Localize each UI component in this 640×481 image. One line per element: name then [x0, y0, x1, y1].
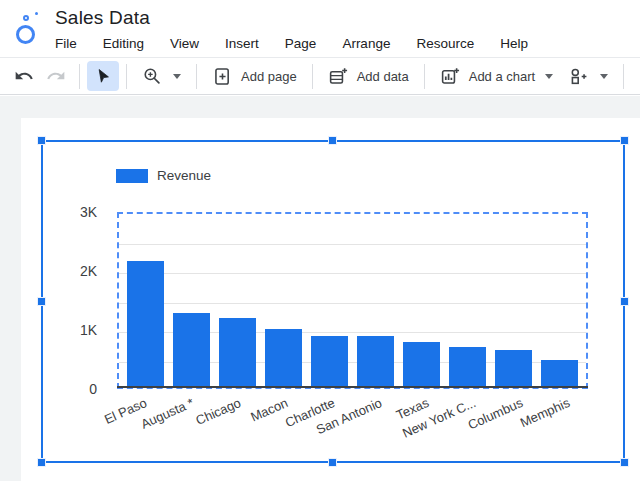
logo-dot: [35, 12, 38, 15]
menubar: FileEditingViewInsertPageArrangeResource…: [55, 36, 528, 51]
toolbar-separator: [126, 64, 127, 89]
bar-macon[interactable]: [265, 329, 302, 387]
x-axis-label: Augusta *: [138, 395, 196, 432]
select-tool-button[interactable]: [87, 61, 119, 91]
menu-item-page[interactable]: Page: [285, 36, 317, 51]
y-tick-label: 3K: [80, 204, 97, 220]
add-page-icon: [212, 66, 233, 87]
resize-handle-top-right[interactable]: [620, 136, 629, 145]
app-header: Sales Data FileEditingViewInsertPageArra…: [0, 0, 640, 58]
caret-down-icon: [600, 74, 608, 79]
add-data-icon: [328, 66, 349, 87]
toolbar-separator: [79, 64, 80, 89]
add-chart-label: Add a chart: [469, 69, 536, 84]
zoom-magnifier-icon: [142, 66, 163, 87]
toolbar-separator: [312, 64, 313, 89]
add-data-button[interactable]: Add data: [320, 62, 417, 91]
resize-handle-bottom-left[interactable]: [37, 458, 46, 467]
menu-item-resource[interactable]: Resource: [416, 36, 474, 51]
legend-swatch: [116, 169, 148, 183]
y-tick-label: 2K: [80, 263, 97, 279]
report-canvas[interactable]: Revenue 3K2K1K0 El PasoAugusta *ChicagoM…: [21, 118, 640, 481]
menu-item-insert[interactable]: Insert: [225, 36, 259, 51]
undo-button[interactable]: [8, 61, 40, 91]
bar-new-york-c-[interactable]: [449, 347, 486, 387]
resize-handle-bottom-right[interactable]: [620, 458, 629, 467]
undo-icon: [14, 66, 34, 86]
add-page-button[interactable]: Add page: [204, 62, 305, 91]
resize-handle-middle-right[interactable]: [620, 297, 629, 306]
toolbar-separator: [623, 64, 624, 89]
y-axis: 3K2K1K0: [21, 212, 97, 402]
logo-ring-small: [23, 15, 29, 21]
bar-el-paso[interactable]: [127, 261, 164, 387]
x-axis-label: Memphis: [518, 395, 572, 430]
caret-down-icon: [545, 74, 553, 79]
x-axis-labels: El PasoAugusta *ChicagoMaconCharlotteSan…: [117, 395, 588, 465]
select-cursor-icon: [94, 67, 113, 86]
y-tick-label: 0: [89, 381, 97, 397]
looker-studio-app: Sales Data FileEditingViewInsertPageArra…: [0, 0, 640, 481]
chart-plot-area[interactable]: [117, 212, 588, 389]
menu-item-arrange[interactable]: Arrange: [342, 36, 390, 51]
menu-item-editing[interactable]: Editing: [103, 36, 144, 51]
menu-item-file[interactable]: File: [55, 36, 77, 51]
community-visualizations-button[interactable]: [561, 62, 616, 91]
bar-san-antonio[interactable]: [357, 336, 394, 387]
caret-down-icon: [173, 74, 181, 79]
toolbar: Add page Add data Add a: [0, 58, 640, 95]
bar-columbus[interactable]: [495, 350, 532, 387]
bar-texas[interactable]: [403, 342, 440, 387]
community-visualizations-icon: [569, 66, 590, 87]
add-page-label: Add page: [241, 69, 297, 84]
bar-charlotte[interactable]: [311, 336, 348, 387]
bar-chicago[interactable]: [219, 318, 256, 387]
resize-handle-top-left[interactable]: [37, 136, 46, 145]
bar-series: [119, 214, 586, 387]
add-control-button[interactable]: Add a control: [631, 62, 640, 91]
x-axis-label: Chicago: [193, 395, 243, 428]
redo-button[interactable]: [40, 61, 72, 91]
add-data-label: Add data: [357, 69, 409, 84]
legend-label: Revenue: [157, 168, 211, 183]
logo-ring-big: [16, 25, 35, 44]
y-tick-label: 1K: [80, 322, 97, 338]
toolbar-separator: [424, 64, 425, 89]
add-chart-icon: [440, 66, 461, 87]
bar-augusta-[interactable]: [173, 313, 210, 387]
chart-legend: Revenue: [116, 168, 211, 183]
redo-icon: [46, 66, 66, 86]
x-axis-line: [117, 386, 588, 388]
menu-item-view[interactable]: View: [170, 36, 199, 51]
zoom-tool-button[interactable]: [134, 62, 189, 91]
add-chart-button[interactable]: Add a chart: [432, 62, 562, 91]
resize-handle-top-middle[interactable]: [328, 136, 337, 145]
toolbar-separator: [196, 64, 197, 89]
bar-memphis[interactable]: [541, 360, 578, 387]
report-title[interactable]: Sales Data: [55, 7, 150, 29]
menu-item-help[interactable]: Help: [500, 36, 528, 51]
workspace: Revenue 3K2K1K0 El PasoAugusta *ChicagoM…: [0, 96, 640, 481]
looker-studio-logo-icon[interactable]: [9, 8, 47, 52]
